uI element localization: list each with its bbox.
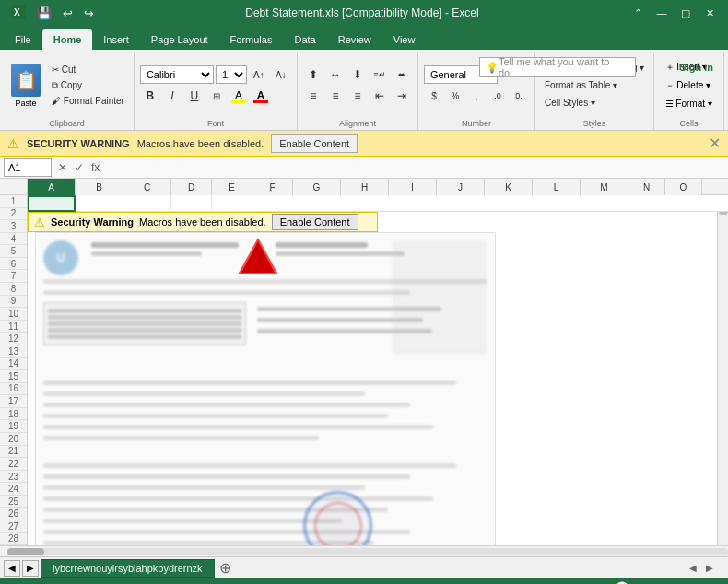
maximize-button[interactable]: ▢ [675, 3, 697, 23]
tab-insert[interactable]: Insert [92, 29, 140, 50]
increase-decimal-button[interactable]: .0 [487, 87, 508, 105]
undo-button[interactable]: ↩ [59, 5, 76, 22]
vertical-scrollbar[interactable] [717, 195, 728, 545]
inline-enable-content-button[interactable]: Enable Content [272, 214, 358, 230]
align-bottom-button[interactable]: ⬇ [347, 65, 368, 84]
wrap-text-button[interactable]: ≡↵ [370, 65, 390, 84]
row-num-13: 13 [0, 345, 27, 358]
view-buttons: ▦ ⊞ ⊟ [523, 580, 581, 584]
decrease-indent-button[interactable]: ⇤ [370, 87, 390, 105]
col-header-D[interactable]: D [171, 179, 212, 195]
align-left-button[interactable]: ≡ [303, 87, 323, 105]
align-center-button[interactable]: ≡ [325, 87, 346, 105]
cell-C1[interactable] [123, 195, 171, 212]
cell-D1[interactable] [171, 195, 212, 212]
currency-button[interactable]: $ [424, 87, 444, 105]
doc-table [43, 302, 246, 345]
col-header-I[interactable]: I [389, 179, 437, 195]
font-color-button[interactable]: A [251, 87, 271, 105]
format-painter-button[interactable]: 🖌 Format Painter [48, 94, 128, 109]
cell-B1[interactable] [76, 195, 123, 212]
row-numbers: 1 2 3 4 5 6 7 8 9 10 11 12 13 14 15 16 1… [0, 195, 28, 545]
decrease-decimal-button[interactable]: 0. [509, 87, 529, 105]
font-size-select[interactable]: 11 [216, 65, 247, 84]
percent-button[interactable]: % [445, 87, 465, 105]
row-num-1: 1 [0, 195, 27, 208]
minimize-button[interactable]: — [651, 3, 673, 23]
cell-A1[interactable] [28, 195, 76, 212]
cut-button[interactable]: ✂ Cut [48, 63, 128, 77]
close-button[interactable]: ✕ [699, 3, 721, 23]
format-button[interactable]: ☰ Format ▾ [660, 96, 717, 112]
tab-home[interactable]: Home [42, 29, 93, 50]
ribbon-collapse-button[interactable]: ⌃ [627, 3, 649, 23]
comma-button[interactable]: , [466, 87, 487, 105]
excel-logo[interactable]: X [7, 3, 29, 24]
formula-confirm-button[interactable]: ✓ [72, 161, 87, 174]
add-sheet-button[interactable]: ⊕ [217, 559, 235, 578]
col-header-F[interactable]: F [252, 179, 293, 195]
increase-indent-button[interactable]: ⇥ [392, 87, 412, 105]
col-header-J[interactable]: J [437, 179, 485, 195]
next-tab-button[interactable]: ▶ [702, 561, 717, 576]
col-header-C[interactable]: C [123, 179, 171, 195]
tab-data[interactable]: Data [283, 29, 326, 50]
close-security-bar-button[interactable]: ✕ [709, 134, 721, 152]
save-button[interactable]: 💾 [33, 5, 55, 22]
merge-center-button[interactable]: ⬌ [392, 65, 412, 84]
sign-in-button[interactable]: Sign in [672, 57, 721, 77]
enable-content-button[interactable]: Enable Content [271, 134, 358, 153]
tab-review[interactable]: Review [327, 29, 382, 50]
title-bar: X 💾 ↩ ↪ Debt Statement.xls [Compatibilit… [0, 0, 728, 26]
format-as-table-button[interactable]: Format as Table ▾ [541, 78, 648, 93]
page-layout-view-button[interactable]: ⊞ [544, 580, 560, 584]
delete-icon: － [665, 79, 675, 92]
column-headers: A B C D E F G H I J K L M N O [0, 179, 728, 195]
col-header-O[interactable]: O [665, 179, 702, 195]
col-header-G[interactable]: G [293, 179, 341, 195]
fill-color-button[interactable]: A [229, 87, 249, 105]
page-break-view-button[interactable]: ⊟ [564, 580, 581, 584]
row-num-11: 11 [0, 321, 27, 333]
align-middle-button[interactable]: ↔ [325, 65, 346, 84]
col-header-H[interactable]: H [341, 179, 389, 195]
border-button[interactable]: ⊞ [206, 87, 227, 105]
col-header-A[interactable]: A [28, 179, 76, 195]
delete-button[interactable]: － Delete ▾ [660, 77, 717, 94]
insert-function-button[interactable]: fx [88, 161, 102, 174]
increase-font-button[interactable]: A↑ [249, 65, 269, 84]
col-header-K[interactable]: K [485, 179, 533, 195]
copy-button[interactable]: ⧉ Copy [48, 78, 128, 93]
row-number-corner [0, 179, 28, 194]
name-box[interactable]: A1 [4, 158, 52, 177]
decrease-font-button[interactable]: A↓ [271, 65, 291, 84]
tab-file[interactable]: File [4, 29, 42, 50]
horizontal-scrollbar-track[interactable] [7, 548, 728, 555]
col-header-E[interactable]: E [212, 179, 252, 195]
tab-scroll-right-button[interactable]: ▶ [22, 560, 39, 577]
cell-styles-button[interactable]: Cell Styles ▾ [541, 96, 648, 111]
align-right-button[interactable]: ≡ [347, 87, 368, 105]
paste-button[interactable]: 📋 Paste [6, 62, 46, 110]
tab-scroll-left-button[interactable]: ◀ [4, 560, 20, 577]
bold-button[interactable]: B [140, 87, 160, 105]
horizontal-scrollbar-thumb[interactable] [7, 548, 44, 555]
tab-view[interactable]: View [382, 29, 427, 50]
italic-button[interactable]: I [162, 87, 182, 105]
sheet-tab-1[interactable]: lybcrrewnouylrsyblahpkbydrernzk [41, 559, 215, 578]
align-top-button[interactable]: ⬆ [303, 65, 323, 84]
tab-page-layout[interactable]: Page Layout [140, 29, 219, 50]
tab-formulas[interactable]: Formulas [219, 29, 284, 50]
formula-input[interactable] [106, 158, 724, 177]
prev-tab-button[interactable]: ◀ [686, 561, 700, 576]
formula-cancel-button[interactable]: ✕ [55, 161, 70, 174]
col-header-L[interactable]: L [533, 179, 581, 195]
col-header-B[interactable]: B [76, 179, 123, 195]
redo-button[interactable]: ↪ [80, 5, 98, 22]
font-family-select[interactable]: Calibri [140, 65, 214, 84]
underline-button[interactable]: U [184, 87, 205, 105]
normal-view-button[interactable]: ▦ [523, 580, 540, 584]
col-header-N[interactable]: N [628, 179, 665, 195]
tell-me-box[interactable]: 💡 Tell me what you want to do... [479, 57, 636, 77]
col-header-M[interactable]: M [581, 179, 628, 195]
